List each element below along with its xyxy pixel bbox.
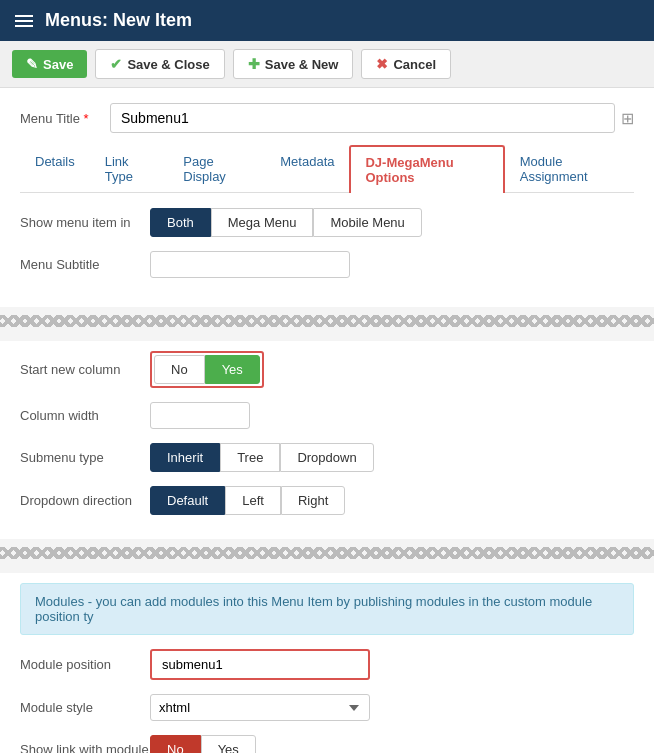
column-width-row: Column width [20, 402, 634, 429]
divider-bottom [0, 547, 654, 559]
menu-subtitle-input[interactable] [150, 251, 350, 278]
dropdown-direction-row: Dropdown direction Default Left Right [20, 486, 634, 515]
submenu-type-label: Submenu type [20, 450, 150, 465]
direction-left-button[interactable]: Left [225, 486, 281, 515]
tab-dj-megamenu[interactable]: DJ-MegaMenu Options [349, 145, 504, 193]
direction-default-button[interactable]: Default [150, 486, 225, 515]
show-link-group: No Yes [150, 735, 256, 753]
module-style-select[interactable]: xhtml rounded none html5 outline [150, 694, 370, 721]
show-both-button[interactable]: Both [150, 208, 211, 237]
menu-title-row: Menu Title * ⊞ [20, 103, 634, 133]
tab-details[interactable]: Details [20, 145, 90, 192]
submenu-tree-button[interactable]: Tree [220, 443, 280, 472]
module-position-row: Module position [20, 649, 634, 680]
show-menu-item-row: Show menu item in Both Mega Menu Mobile … [20, 208, 634, 237]
submenu-type-row: Submenu type Inherit Tree Dropdown [20, 443, 634, 472]
tab-page-display[interactable]: Page Display [168, 145, 265, 192]
save-close-button[interactable]: ✔ Save & Close [95, 49, 224, 79]
show-link-label: Show link with module [20, 742, 150, 753]
app-header: Menus: New Item [0, 0, 654, 41]
show-link-yes-button[interactable]: Yes [201, 735, 256, 753]
menu-subtitle-row: Menu Subtitle [20, 251, 634, 278]
submenu-type-group: Inherit Tree Dropdown [150, 443, 374, 472]
tab-module-assignment[interactable]: Module Assignment [505, 145, 634, 192]
page-title: Menus: New Item [45, 10, 192, 31]
menu-subtitle-label: Menu Subtitle [20, 257, 150, 272]
show-link-no-button[interactable]: No [150, 735, 201, 753]
hamburger-menu-icon[interactable] [15, 15, 33, 27]
module-style-row: Module style xhtml rounded none html5 ou… [20, 694, 634, 721]
show-mobile-menu-button[interactable]: Mobile Menu [313, 208, 421, 237]
divider-top [0, 315, 654, 327]
show-menu-item-group: Both Mega Menu Mobile Menu [150, 208, 422, 237]
title-help-icon[interactable]: ⊞ [621, 109, 634, 128]
show-mega-menu-button[interactable]: Mega Menu [211, 208, 314, 237]
start-new-column-group: No Yes [150, 351, 264, 388]
tab-metadata[interactable]: Metadata [265, 145, 349, 192]
module-position-input[interactable] [150, 649, 370, 680]
show-menu-item-label: Show menu item in [20, 215, 150, 230]
submenu-inherit-button[interactable]: Inherit [150, 443, 220, 472]
toolbar: ✎ Save ✔ Save & Close ✚ Save & New ✖ Can… [0, 41, 654, 88]
tabs-bar: Details Link Type Page Display Metadata … [20, 145, 634, 193]
form-area: Menu Title * ⊞ Details Link Type Page Di… [0, 88, 654, 307]
column-section: Start new column No Yes Column width Sub… [0, 341, 654, 539]
menu-title-input[interactable] [110, 103, 615, 133]
cancel-button[interactable]: ✖ Cancel [361, 49, 451, 79]
required-indicator: * [84, 111, 89, 126]
modules-section: Modules - you can add modules into this … [0, 573, 654, 753]
dropdown-direction-label: Dropdown direction [20, 493, 150, 508]
plus-icon: ✚ [248, 56, 260, 72]
save-button[interactable]: ✎ Save [12, 50, 87, 78]
submenu-dropdown-button[interactable]: Dropdown [280, 443, 373, 472]
checkmark-icon: ✔ [110, 56, 122, 72]
direction-right-button[interactable]: Right [281, 486, 345, 515]
modules-info-box: Modules - you can add modules into this … [20, 583, 634, 635]
module-style-label: Module style [20, 700, 150, 715]
show-link-row: Show link with module No Yes [20, 735, 634, 753]
column-no-button[interactable]: No [154, 355, 205, 384]
cancel-icon: ✖ [376, 56, 388, 72]
menu-title-label: Menu Title * [20, 111, 110, 126]
dropdown-direction-group: Default Left Right [150, 486, 345, 515]
column-width-input[interactable] [150, 402, 250, 429]
save-new-button[interactable]: ✚ Save & New [233, 49, 354, 79]
save-icon: ✎ [26, 56, 38, 72]
module-position-label: Module position [20, 657, 150, 672]
tab-link-type[interactable]: Link Type [90, 145, 169, 192]
start-new-column-label: Start new column [20, 362, 150, 377]
column-width-label: Column width [20, 408, 150, 423]
start-new-column-row: Start new column No Yes [20, 351, 634, 388]
column-yes-button[interactable]: Yes [205, 355, 260, 384]
